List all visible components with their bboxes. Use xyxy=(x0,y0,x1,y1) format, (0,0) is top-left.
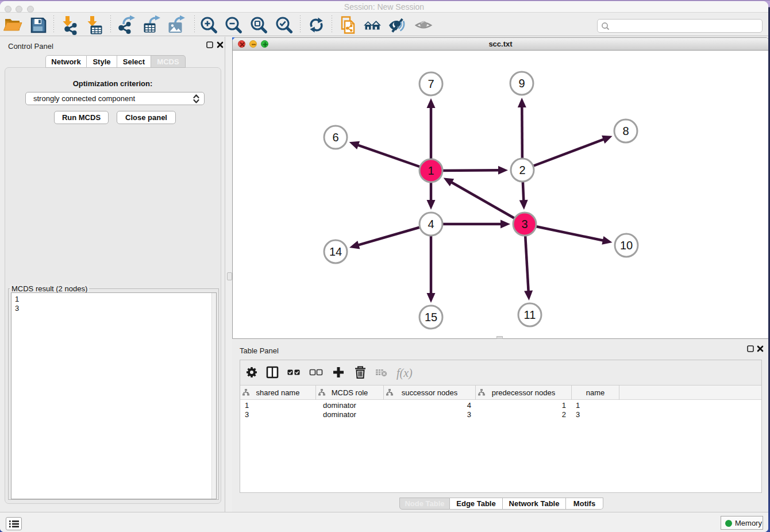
svg-text:f(x): f(x) xyxy=(396,367,413,380)
svg-text:10: 10 xyxy=(620,239,633,252)
svg-text:8: 8 xyxy=(622,125,629,137)
svg-text:6: 6 xyxy=(332,131,338,144)
svg-text:9: 9 xyxy=(518,77,525,90)
svg-text:15: 15 xyxy=(425,311,437,323)
svg-text:7: 7 xyxy=(428,78,434,90)
svg-text:1: 1 xyxy=(428,164,434,177)
svg-text:11: 11 xyxy=(524,309,536,321)
svg-text:2: 2 xyxy=(519,164,525,176)
svg-text:14: 14 xyxy=(329,245,342,258)
svg-text:3: 3 xyxy=(521,218,528,230)
svg-text:4: 4 xyxy=(428,218,434,230)
